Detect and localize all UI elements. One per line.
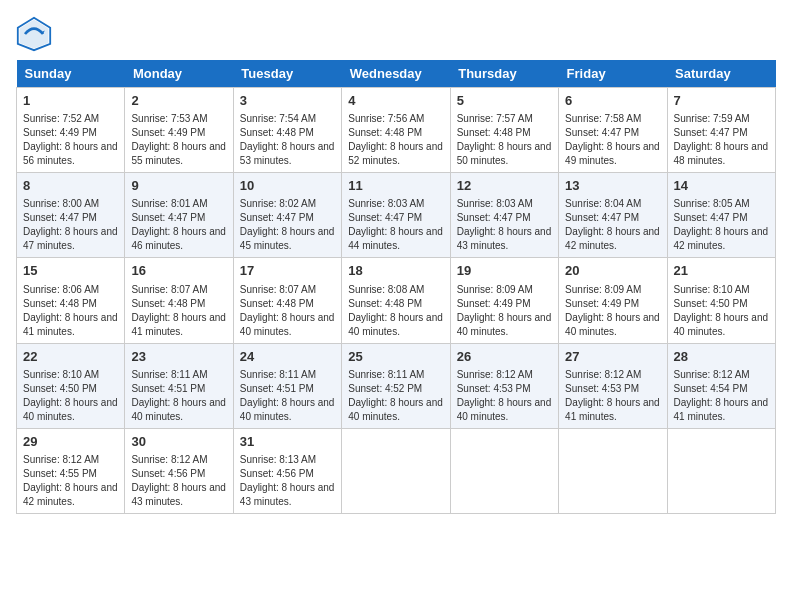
daylight-text: Daylight: 8 hours and 40 minutes.: [457, 396, 552, 424]
day-cell: 23Sunrise: 8:11 AMSunset: 4:51 PMDayligh…: [125, 343, 233, 428]
header-sunday: Sunday: [17, 60, 125, 88]
sunset-text: Sunset: 4:51 PM: [240, 382, 335, 396]
week-row-1: 1Sunrise: 7:52 AMSunset: 4:49 PMDaylight…: [17, 88, 776, 173]
day-cell: 19Sunrise: 8:09 AMSunset: 4:49 PMDayligh…: [450, 258, 558, 343]
logo-icon: [16, 16, 52, 52]
header-monday: Monday: [125, 60, 233, 88]
sunrise-text: Sunrise: 8:04 AM: [565, 197, 660, 211]
sunrise-text: Sunrise: 8:08 AM: [348, 283, 443, 297]
sunset-text: Sunset: 4:54 PM: [674, 382, 769, 396]
daylight-text: Daylight: 8 hours and 49 minutes.: [565, 140, 660, 168]
header-tuesday: Tuesday: [233, 60, 341, 88]
day-cell: 2Sunrise: 7:53 AMSunset: 4:49 PMDaylight…: [125, 88, 233, 173]
daylight-text: Daylight: 8 hours and 41 minutes.: [23, 311, 118, 339]
day-cell: 29Sunrise: 8:12 AMSunset: 4:55 PMDayligh…: [17, 428, 125, 513]
day-cell: 3Sunrise: 7:54 AMSunset: 4:48 PMDaylight…: [233, 88, 341, 173]
sunset-text: Sunset: 4:49 PM: [565, 297, 660, 311]
day-cell: 27Sunrise: 8:12 AMSunset: 4:53 PMDayligh…: [559, 343, 667, 428]
day-number: 10: [240, 177, 335, 195]
sunset-text: Sunset: 4:55 PM: [23, 467, 118, 481]
sunset-text: Sunset: 4:47 PM: [674, 211, 769, 225]
sunset-text: Sunset: 4:56 PM: [131, 467, 226, 481]
day-number: 26: [457, 348, 552, 366]
week-row-3: 15Sunrise: 8:06 AMSunset: 4:48 PMDayligh…: [17, 258, 776, 343]
day-number: 14: [674, 177, 769, 195]
daylight-text: Daylight: 8 hours and 40 minutes.: [348, 311, 443, 339]
sunrise-text: Sunrise: 8:03 AM: [348, 197, 443, 211]
sunrise-text: Sunrise: 8:09 AM: [565, 283, 660, 297]
logo: [16, 16, 56, 52]
day-cell: [667, 428, 775, 513]
header-wednesday: Wednesday: [342, 60, 450, 88]
sunset-text: Sunset: 4:48 PM: [240, 297, 335, 311]
day-cell: 9Sunrise: 8:01 AMSunset: 4:47 PMDaylight…: [125, 173, 233, 258]
sunrise-text: Sunrise: 8:10 AM: [23, 368, 118, 382]
header-thursday: Thursday: [450, 60, 558, 88]
sunrise-text: Sunrise: 8:02 AM: [240, 197, 335, 211]
day-cell: 6Sunrise: 7:58 AMSunset: 4:47 PMDaylight…: [559, 88, 667, 173]
day-number: 18: [348, 262, 443, 280]
day-number: 29: [23, 433, 118, 451]
sunrise-text: Sunrise: 7:59 AM: [674, 112, 769, 126]
calendar-header: SundayMondayTuesdayWednesdayThursdayFrid…: [17, 60, 776, 88]
day-number: 4: [348, 92, 443, 110]
sunrise-text: Sunrise: 8:07 AM: [240, 283, 335, 297]
sunset-text: Sunset: 4:51 PM: [131, 382, 226, 396]
day-cell: 1Sunrise: 7:52 AMSunset: 4:49 PMDaylight…: [17, 88, 125, 173]
sunset-text: Sunset: 4:56 PM: [240, 467, 335, 481]
sunrise-text: Sunrise: 7:52 AM: [23, 112, 118, 126]
day-number: 22: [23, 348, 118, 366]
header-friday: Friday: [559, 60, 667, 88]
daylight-text: Daylight: 8 hours and 40 minutes.: [674, 311, 769, 339]
daylight-text: Daylight: 8 hours and 40 minutes.: [348, 396, 443, 424]
sunrise-text: Sunrise: 8:13 AM: [240, 453, 335, 467]
day-cell: 25Sunrise: 8:11 AMSunset: 4:52 PMDayligh…: [342, 343, 450, 428]
daylight-text: Daylight: 8 hours and 42 minutes.: [565, 225, 660, 253]
sunset-text: Sunset: 4:50 PM: [674, 297, 769, 311]
daylight-text: Daylight: 8 hours and 42 minutes.: [674, 225, 769, 253]
sunset-text: Sunset: 4:50 PM: [23, 382, 118, 396]
sunrise-text: Sunrise: 8:09 AM: [457, 283, 552, 297]
day-cell: 30Sunrise: 8:12 AMSunset: 4:56 PMDayligh…: [125, 428, 233, 513]
sunrise-text: Sunrise: 8:00 AM: [23, 197, 118, 211]
sunset-text: Sunset: 4:47 PM: [240, 211, 335, 225]
day-cell: 17Sunrise: 8:07 AMSunset: 4:48 PMDayligh…: [233, 258, 341, 343]
day-number: 6: [565, 92, 660, 110]
day-number: 9: [131, 177, 226, 195]
sunset-text: Sunset: 4:47 PM: [457, 211, 552, 225]
day-cell: 26Sunrise: 8:12 AMSunset: 4:53 PMDayligh…: [450, 343, 558, 428]
sunset-text: Sunset: 4:49 PM: [457, 297, 552, 311]
calendar-body: 1Sunrise: 7:52 AMSunset: 4:49 PMDaylight…: [17, 88, 776, 514]
sunrise-text: Sunrise: 8:06 AM: [23, 283, 118, 297]
daylight-text: Daylight: 8 hours and 40 minutes.: [240, 396, 335, 424]
day-number: 5: [457, 92, 552, 110]
sunset-text: Sunset: 4:48 PM: [348, 126, 443, 140]
daylight-text: Daylight: 8 hours and 44 minutes.: [348, 225, 443, 253]
daylight-text: Daylight: 8 hours and 48 minutes.: [674, 140, 769, 168]
day-cell: 15Sunrise: 8:06 AMSunset: 4:48 PMDayligh…: [17, 258, 125, 343]
sunrise-text: Sunrise: 8:12 AM: [457, 368, 552, 382]
day-number: 28: [674, 348, 769, 366]
day-number: 16: [131, 262, 226, 280]
sunset-text: Sunset: 4:48 PM: [23, 297, 118, 311]
sunrise-text: Sunrise: 8:07 AM: [131, 283, 226, 297]
sunrise-text: Sunrise: 8:01 AM: [131, 197, 226, 211]
daylight-text: Daylight: 8 hours and 43 minutes.: [131, 481, 226, 509]
sunrise-text: Sunrise: 8:11 AM: [131, 368, 226, 382]
day-number: 24: [240, 348, 335, 366]
sunset-text: Sunset: 4:47 PM: [23, 211, 118, 225]
day-number: 7: [674, 92, 769, 110]
day-number: 11: [348, 177, 443, 195]
daylight-text: Daylight: 8 hours and 42 minutes.: [23, 481, 118, 509]
day-cell: 18Sunrise: 8:08 AMSunset: 4:48 PMDayligh…: [342, 258, 450, 343]
day-cell: 4Sunrise: 7:56 AMSunset: 4:48 PMDaylight…: [342, 88, 450, 173]
week-row-5: 29Sunrise: 8:12 AMSunset: 4:55 PMDayligh…: [17, 428, 776, 513]
daylight-text: Daylight: 8 hours and 40 minutes.: [240, 311, 335, 339]
day-cell: 7Sunrise: 7:59 AMSunset: 4:47 PMDaylight…: [667, 88, 775, 173]
day-cell: [559, 428, 667, 513]
sunrise-text: Sunrise: 8:11 AM: [240, 368, 335, 382]
sunrise-text: Sunrise: 8:05 AM: [674, 197, 769, 211]
day-cell: 14Sunrise: 8:05 AMSunset: 4:47 PMDayligh…: [667, 173, 775, 258]
daylight-text: Daylight: 8 hours and 56 minutes.: [23, 140, 118, 168]
daylight-text: Daylight: 8 hours and 46 minutes.: [131, 225, 226, 253]
